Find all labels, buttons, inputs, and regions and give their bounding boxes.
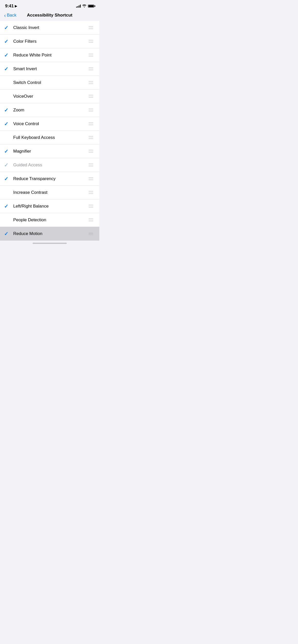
drag-handle-color-filters[interactable]	[87, 38, 95, 45]
item-label-increase-contrast: Increase Contrast	[13, 190, 87, 195]
checkmark-reduce-motion: ✓	[4, 231, 13, 237]
list-item-zoom[interactable]: ✓Zoom	[0, 103, 99, 117]
checkmark-guided-access: ✓	[4, 162, 13, 168]
list-item-classic-invert[interactable]: ✓Classic Invert	[0, 21, 99, 35]
item-label-zoom: Zoom	[13, 108, 87, 113]
item-label-reduce-transparency: Reduce Transparency	[13, 176, 87, 181]
drag-handle-reduce-motion[interactable]	[87, 230, 95, 237]
list-item-magnifier[interactable]: ✓Magnifier	[0, 144, 99, 158]
check-icon-zoom: ✓	[4, 107, 8, 113]
item-label-voice-control: Voice Control	[13, 121, 87, 126]
check-icon-color-filters: ✓	[4, 38, 8, 45]
checkmark-reduce-white-point: ✓	[4, 52, 13, 58]
drag-handle-people-detection[interactable]	[87, 216, 95, 223]
item-label-reduce-motion: Reduce Motion	[13, 231, 87, 236]
page-title: Accessibility Shortcut	[27, 13, 73, 18]
check-icon-reduce-white-point: ✓	[4, 52, 8, 58]
drag-handle-left-right-balance[interactable]	[87, 203, 95, 210]
list-item-switch-control[interactable]: Switch Control	[0, 76, 99, 90]
check-icon-smart-invert: ✓	[4, 66, 8, 72]
status-bar: 9:41 ▶	[0, 0, 99, 11]
drag-handle-smart-invert[interactable]	[87, 65, 95, 72]
item-label-guided-access: Guided Access	[13, 163, 87, 168]
back-button[interactable]: ‹ Back	[4, 13, 16, 18]
list-item-voiceover[interactable]: VoiceOver	[0, 90, 99, 103]
check-icon-magnifier: ✓	[4, 148, 8, 154]
home-indicator	[0, 241, 99, 245]
check-icon-guided-access: ✓	[4, 162, 8, 168]
list-item-reduce-white-point[interactable]: ✓Reduce White Point	[0, 48, 99, 62]
list-item-people-detection[interactable]: People Detection	[0, 213, 99, 227]
item-label-color-filters: Color Filters	[13, 39, 87, 44]
drag-handle-magnifier[interactable]	[87, 148, 95, 155]
location-icon: ▶	[15, 4, 17, 8]
item-label-left-right-balance: Left/Right Balance	[13, 204, 87, 209]
checkmark-reduce-transparency: ✓	[4, 176, 13, 182]
checkmark-voice-control: ✓	[4, 121, 13, 127]
drag-handle-classic-invert[interactable]	[87, 24, 95, 31]
nav-header: ‹ Back Accessibility Shortcut	[0, 11, 99, 21]
check-icon-classic-invert: ✓	[4, 25, 8, 31]
item-label-classic-invert: Classic Invert	[13, 25, 87, 30]
drag-handle-reduce-transparency[interactable]	[87, 175, 95, 182]
drag-handle-full-keyboard-access[interactable]	[87, 134, 95, 141]
list-item-full-keyboard-access[interactable]: Full Keyboard Access	[0, 131, 99, 144]
list-item-color-filters[interactable]: ✓Color Filters	[0, 35, 99, 48]
status-time: 9:41 ▶	[5, 4, 17, 9]
list-item-reduce-transparency[interactable]: ✓Reduce Transparency	[0, 172, 99, 186]
back-chevron-icon: ‹	[4, 13, 6, 18]
checkmark-magnifier: ✓	[4, 148, 13, 154]
check-icon-left-right-balance: ✓	[4, 203, 8, 209]
list-item-reduce-motion[interactable]: ✓Reduce Motion	[0, 227, 99, 241]
item-label-voiceover: VoiceOver	[13, 94, 87, 99]
checkmark-smart-invert: ✓	[4, 66, 13, 72]
checkmark-zoom: ✓	[4, 107, 13, 113]
list-item-smart-invert[interactable]: ✓Smart Invert	[0, 62, 99, 76]
list-item-increase-contrast[interactable]: Increase Contrast	[0, 186, 99, 199]
drag-handle-voice-control[interactable]	[87, 120, 95, 127]
drag-handle-guided-access[interactable]	[87, 162, 95, 168]
checkmark-left-right-balance: ✓	[4, 203, 13, 209]
item-label-magnifier: Magnifier	[13, 149, 87, 154]
item-label-switch-control: Switch Control	[13, 80, 87, 85]
drag-handle-switch-control[interactable]	[87, 79, 95, 86]
check-icon-voice-control: ✓	[4, 121, 8, 127]
item-label-reduce-white-point: Reduce White Point	[13, 53, 87, 58]
drag-handle-increase-contrast[interactable]	[87, 189, 95, 196]
drag-handle-zoom[interactable]	[87, 107, 95, 113]
back-label: Back	[7, 13, 17, 18]
drag-handle-reduce-white-point[interactable]	[87, 52, 95, 58]
checkmark-classic-invert: ✓	[4, 25, 13, 31]
status-icons	[76, 4, 94, 8]
item-label-full-keyboard-access: Full Keyboard Access	[13, 135, 87, 140]
check-icon-reduce-motion: ✓	[4, 231, 8, 237]
check-icon-reduce-transparency: ✓	[4, 176, 8, 182]
accessibility-shortcut-list: ✓Classic Invert✓Color Filters✓Reduce Whi…	[0, 21, 99, 241]
drag-handle-voiceover[interactable]	[87, 93, 95, 100]
home-bar	[33, 243, 67, 244]
item-label-smart-invert: Smart Invert	[13, 66, 87, 71]
wifi-icon	[82, 4, 86, 8]
signal-bars-icon	[76, 5, 81, 8]
checkmark-color-filters: ✓	[4, 38, 13, 45]
list-item-guided-access[interactable]: ✓Guided Access	[0, 158, 99, 172]
list-item-voice-control[interactable]: ✓Voice Control	[0, 117, 99, 131]
battery-icon	[88, 5, 94, 8]
list-item-left-right-balance[interactable]: ✓Left/Right Balance	[0, 199, 99, 213]
item-label-people-detection: People Detection	[13, 217, 87, 223]
